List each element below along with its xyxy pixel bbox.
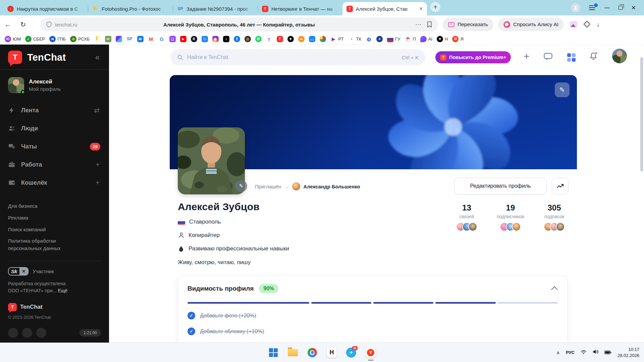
sidebar-item-jobs[interactable]: Работа +	[8, 159, 101, 170]
screenshot-tool-icon[interactable]	[570, 21, 577, 28]
bookmark[interactable]: ◎	[245, 36, 251, 42]
bookmark[interactable]: ▶	[180, 36, 186, 42]
start-button[interactable]	[267, 346, 280, 359]
taskbar-clock[interactable]: 10:17 28.02.2026	[618, 347, 639, 358]
bookmark[interactable]	[320, 36, 326, 42]
bookmark[interactable]: ГУ	[387, 36, 400, 42]
browser-profile-avatar[interactable]	[571, 3, 580, 12]
bookmark[interactable]: ◉	[212, 36, 219, 42]
tab-active[interactable]: T Алексей Зубцов, Став ✕	[342, 2, 427, 15]
bookmark[interactable]: Ю ЮМ	[5, 36, 21, 42]
bookmark[interactable]: ◔ ТК	[348, 36, 362, 42]
bookmark[interactable]: ✦ Н	[437, 36, 448, 42]
window-minimize-button[interactable]: —	[604, 5, 610, 11]
add-job-icon[interactable]: +	[96, 161, 100, 169]
chrome-button[interactable]	[306, 346, 319, 359]
stat-connections[interactable]: 13 связей	[456, 203, 477, 231]
new-tab-button[interactable]: +	[430, 2, 440, 12]
create-post-icon[interactable]: +	[524, 51, 530, 62]
sidebar-item-people[interactable]: Люди	[8, 123, 101, 134]
tab-close-icon[interactable]: ✕	[419, 6, 423, 11]
bookmark[interactable]: т	[266, 36, 272, 42]
downloads-icon[interactable]: ↓	[597, 21, 600, 28]
tab-3[interactable]: SP Задание №2907394 - прос	[173, 2, 258, 15]
yandex-browser-button[interactable]: Y	[364, 346, 377, 359]
bookmark[interactable]: …	[309, 36, 315, 42]
link-for-business[interactable]: Для бизнеса	[8, 202, 78, 210]
file-explorer-button[interactable]	[286, 346, 300, 359]
bookmark[interactable]: ☂ П	[405, 36, 416, 42]
battery-icon[interactable]	[604, 350, 611, 356]
sidebar-item-wallet[interactable]: Кошелёк +	[8, 177, 101, 188]
volume-icon[interactable]	[593, 349, 598, 356]
bookmark[interactable]: ≋ ГПБ	[49, 36, 66, 42]
address-more-icon[interactable]: ⋯	[415, 21, 422, 28]
bookmark[interactable]: ✦	[287, 36, 294, 42]
link-ads[interactable]: Реклама	[8, 214, 78, 222]
bookmark[interactable]: ▶ РТ	[330, 36, 344, 42]
bookmark[interactable]: ✉	[137, 36, 144, 42]
keyboard-language[interactable]: РУС	[566, 350, 575, 355]
wifi-icon[interactable]	[581, 350, 587, 356]
collapse-chevron-icon[interactable]	[551, 286, 558, 293]
edit-profile-button[interactable]: Редактировать профиль	[454, 178, 547, 194]
window-close-button[interactable]: ✕	[631, 4, 636, 11]
messages-icon[interactable]	[544, 53, 552, 62]
sidebar-profile[interactable]: Алексей Мой профиль	[8, 77, 101, 93]
bookmark[interactable]: SF	[105, 36, 111, 42]
retell-button[interactable]: Пересказать	[443, 18, 493, 31]
premium-upgrade-button[interactable]: T Повысить до Premium+	[435, 51, 511, 63]
notifications-bell-icon[interactable]	[589, 52, 597, 62]
player-icon[interactable]	[8, 328, 18, 338]
bookmark[interactable]: ф	[366, 36, 372, 42]
player-icon[interactable]	[36, 328, 46, 338]
bookmark[interactable]: Я Я	[452, 36, 463, 42]
bookmark-flag-icon[interactable]	[427, 21, 432, 27]
bookmark[interactable]: ❑	[169, 36, 176, 42]
bookmark[interactable]: F	[94, 36, 101, 42]
sidebar-item-feed[interactable]: Лента ⇄	[8, 105, 101, 116]
bookmark[interactable]: G	[159, 36, 165, 42]
topbar-avatar[interactable]	[612, 49, 627, 63]
telegram-button[interactable]: ✈31	[344, 346, 358, 359]
bookmark[interactable]: ok	[298, 36, 305, 42]
bookmark[interactable]: ☺	[202, 36, 208, 42]
stat-followers[interactable]: 19 подписчиков	[497, 203, 524, 231]
bookmark[interactable]: f	[234, 36, 240, 42]
sidebar-collapse-icon[interactable]: «	[95, 53, 100, 62]
feed-settings-icon[interactable]: ⇄	[94, 106, 100, 114]
browser-menu-icon[interactable]	[589, 5, 596, 10]
reload-button[interactable]: ↻	[15, 20, 31, 28]
more-link[interactable]: Ещё	[58, 288, 67, 293]
bookmark[interactable]: SP	[126, 36, 133, 42]
link-privacy-policy[interactable]: Политика обработки персональных данных	[8, 237, 78, 252]
tab-1[interactable]: ↑ Накрутка подписчиков в С	[3, 2, 88, 15]
tray-chevron-icon[interactable]: ∧	[556, 350, 560, 355]
link-company-search[interactable]: Поиск компаний	[8, 226, 78, 233]
bookmark[interactable]: ✶	[376, 36, 383, 42]
bookmark[interactable]: T	[277, 36, 283, 42]
inviter-name[interactable]: Александр Большенко	[303, 184, 360, 189]
bookmark[interactable]	[116, 36, 122, 42]
bookmark[interactable]: ♪	[223, 36, 229, 42]
search-bar[interactable]: Ctrl + K	[170, 49, 425, 65]
back-button[interactable]: ←	[0, 21, 15, 28]
stats-trend-button[interactable]	[552, 178, 569, 194]
visibility-task[interactable]: ✓ Добавьте обложку (+10%)	[187, 327, 558, 335]
profile-photo[interactable]	[178, 127, 245, 194]
bookmark[interactable]: ✓ СБЕР	[25, 36, 45, 42]
bookmark[interactable]: AI	[420, 36, 432, 42]
add-wallet-icon[interactable]: +	[96, 179, 100, 187]
window-maximize-button[interactable]	[619, 6, 623, 10]
tab-2[interactable]: F Fotohosting.Pro - Фотохос	[88, 2, 173, 15]
edit-photo-button[interactable]: ✎	[235, 180, 247, 192]
ask-alice-button[interactable]: Спросить Алису AI	[498, 18, 564, 31]
search-input[interactable]	[187, 54, 398, 60]
bookmark[interactable]: ✿ РСХБ	[70, 36, 90, 42]
apps-grid-icon[interactable]	[567, 53, 576, 62]
visibility-task[interactable]: ✓ Добавьте фото (+20%)	[187, 312, 558, 319]
bookmark[interactable]: M	[148, 36, 154, 42]
address-bar[interactable]: tenchat.ru Алексей Зубцов, Ставрополь, 4…	[40, 17, 438, 32]
extensions-puzzle-icon[interactable]	[583, 21, 591, 28]
stat-following[interactable]: 305 подписок	[544, 203, 565, 231]
